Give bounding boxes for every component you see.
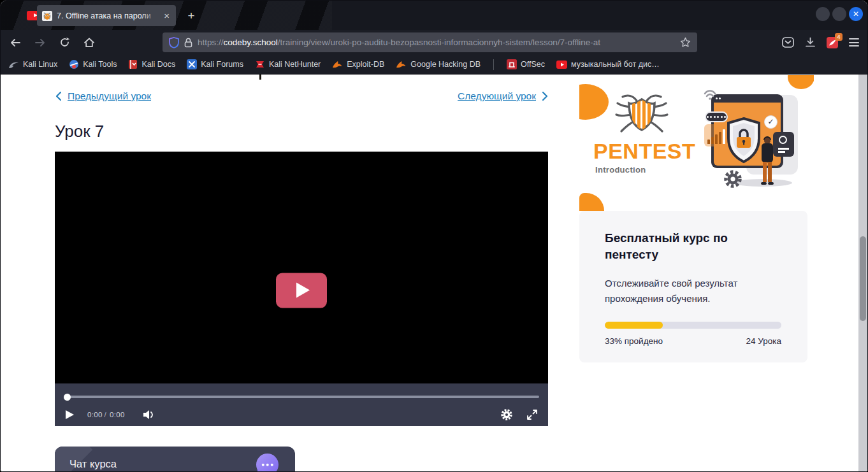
google-hacking-db-bird-icon <box>396 60 407 69</box>
settings-gear-icon[interactable] <box>500 408 513 421</box>
download-icon[interactable] <box>805 37 816 48</box>
bookmarks-toolbar: Kali Linux Kali Tools Kali Docs <box>1 55 867 75</box>
current-time: 0:00 <box>87 411 103 418</box>
forward-icon[interactable] <box>34 38 46 48</box>
fullscreen-icon[interactable] <box>526 409 538 420</box>
bookmark-kali-forums[interactable]: Kali Forums <box>187 59 243 69</box>
url-host: codeby.school <box>224 38 278 47</box>
exploit-db-bird-icon <box>332 60 343 69</box>
seek-knob[interactable] <box>64 394 71 401</box>
bookmark-star-icon[interactable] <box>680 37 691 48</box>
offsec-icon <box>507 59 517 69</box>
controls-right <box>500 408 538 421</box>
home-icon[interactable] <box>83 38 95 48</box>
seek-bar[interactable] <box>64 396 539 398</box>
navigation-toolbar: https://codeby.school/training/view/urok… <box>1 30 867 55</box>
lock-icon[interactable] <box>184 38 192 48</box>
video-surface[interactable] <box>55 152 548 383</box>
new-tab-button[interactable]: + <box>183 8 199 24</box>
chevron-left-icon <box>55 91 62 101</box>
bookmarks-separator <box>493 59 494 70</box>
maximize-button[interactable] <box>832 7 846 21</box>
progress-labels: 33% пройдено 24 Урока <box>605 336 781 346</box>
clipped-heading-artifact <box>259 75 261 80</box>
brand-title: PENTEST <box>593 139 695 164</box>
time-display: 0:00/0:00 <box>87 411 125 418</box>
kali-tools-icon <box>69 59 79 69</box>
minimize-button[interactable] <box>816 7 830 21</box>
total-lessons-label: 24 Урока <box>746 336 781 346</box>
chat-bubble-icon[interactable] <box>256 454 278 471</box>
tab-close-icon[interactable]: × <box>163 11 171 20</box>
adblock-extension-icon[interactable]: 4 <box>827 37 838 48</box>
url-text[interactable]: https://codeby.school/training/view/urok… <box>198 38 675 47</box>
security-illustration: ✓ <box>696 76 813 190</box>
bookmark-offsec[interactable]: OffSec <box>507 59 545 69</box>
browser-tab[interactable]: 7. Offline атака на пароли × <box>37 5 176 26</box>
pocket-icon[interactable] <box>782 37 794 48</box>
video-player: 0:00/0:00 <box>55 152 548 426</box>
player-controls: 0:00/0:00 <box>55 383 548 426</box>
scrollbar-track[interactable] <box>858 75 867 471</box>
url-path: /training/view/uroki-po-auditu-bezopasno… <box>278 38 600 47</box>
page-content: Предыдущий урок Следующий урок Урок 7 0:… <box>1 75 867 471</box>
course-chat-card[interactable]: Чат курса <box>55 447 295 471</box>
bookmark-exploit-db[interactable]: Exploit-DB <box>332 60 384 69</box>
brand-subtitle: Introduction <box>595 165 646 175</box>
progress-bar <box>605 322 781 329</box>
hamburger-menu-icon[interactable] <box>849 38 859 46</box>
pentest-spider-logo <box>612 93 671 136</box>
kali-nethunter-icon <box>255 59 265 69</box>
course-title: Бесплатный курс по пентесту <box>605 230 739 262</box>
check-badge-icon: ✓ <box>764 115 778 129</box>
kali-dragon-icon <box>8 60 19 69</box>
gear-icon <box>723 169 743 189</box>
progress-percent-label: 33% пройдено <box>605 336 663 346</box>
bookmark-kali-docs[interactable]: Kali Docs <box>128 59 175 69</box>
orange-deco-circle <box>579 84 609 120</box>
tab-title: 7. Offline атака на пароли <box>57 11 158 20</box>
big-play-button[interactable] <box>276 273 327 308</box>
course-banner: PENTEST Introduction <box>579 75 814 191</box>
volume-icon <box>143 410 156 420</box>
close-button[interactable]: ✕ <box>849 7 863 21</box>
bookmark-kali-tools[interactable]: Kali Tools <box>69 59 117 69</box>
wifi-icon <box>701 86 720 101</box>
password-field-mockup <box>705 111 728 122</box>
bookmark-kali-linux[interactable]: Kali Linux <box>8 60 57 69</box>
back-icon[interactable] <box>10 38 21 48</box>
browser-window: 7. Offline атака на пароли × + ✕ <box>0 0 868 472</box>
bookmark-google-hacking-db[interactable]: Google Hacking DB <box>396 60 481 69</box>
duration: 0:00 <box>110 411 125 418</box>
shield-lock-icon <box>726 117 762 164</box>
kali-docs-icon <box>128 59 138 69</box>
chevron-right-icon <box>542 91 549 101</box>
previous-lesson-link[interactable]: Предыдущий урок <box>55 90 151 102</box>
scrollbar-thumb[interactable] <box>860 236 866 321</box>
progress-bar-fill <box>605 322 663 329</box>
extension-badge: 4 <box>835 33 843 41</box>
browser-chrome: 7. Offline атака на пароли × + ✕ <box>1 1 867 75</box>
course-progress-card: Бесплатный курс по пентесту Отслеживайте… <box>579 211 807 362</box>
chat-title: Чат курса <box>69 458 117 470</box>
url-scheme: https:// <box>198 38 224 47</box>
nav-buttons <box>1 37 104 48</box>
youtube-icon <box>556 61 567 69</box>
orange-deco-corner <box>579 193 604 211</box>
tracking-protection-shield-icon[interactable] <box>169 37 179 48</box>
reload-icon[interactable] <box>59 37 70 48</box>
bookmark-kali-nethunter[interactable]: Kali NetHunter <box>255 59 321 69</box>
person-figure <box>760 138 775 187</box>
url-bar[interactable]: https://codeby.school/training/view/urok… <box>163 32 697 52</box>
bookmark-music-bot[interactable]: музыкальный бот дис… <box>556 60 660 69</box>
next-lesson-link[interactable]: Следующий урок <box>458 90 549 102</box>
course-description: Отслеживайте свой результат прохождения … <box>605 276 751 306</box>
volume-button[interactable] <box>143 410 156 420</box>
toolbar-right-icons: 4 <box>782 37 867 48</box>
titlebar: 7. Offline атака на пароли × + ✕ <box>1 1 867 30</box>
play-icon[interactable] <box>65 410 75 420</box>
window-controls: ✕ <box>816 7 863 21</box>
controls-row: 0:00/0:00 <box>55 403 548 426</box>
lesson-title: Урок 7 <box>55 122 104 141</box>
time-separator: / <box>105 411 107 418</box>
